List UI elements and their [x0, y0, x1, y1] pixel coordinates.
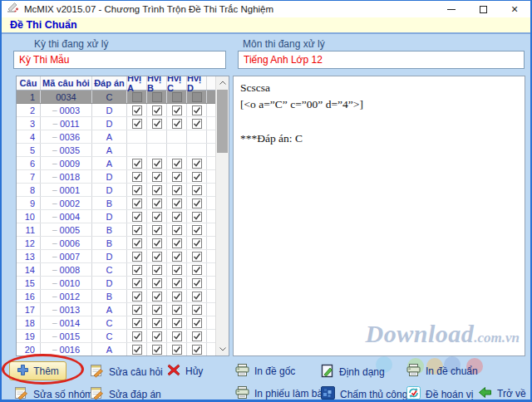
print-original-button[interactable]: In đề gốc — [235, 364, 295, 379]
position-checkbox[interactable] — [172, 252, 182, 262]
edit-group-number-button[interactable]: Sửa số nhóm — [14, 386, 93, 402]
position-checkbox[interactable] — [132, 225, 142, 235]
format-button[interactable]: Định dạng — [321, 364, 385, 380]
position-checkbox[interactable] — [172, 278, 182, 288]
position-checkbox[interactable] — [132, 212, 142, 222]
position-checkbox[interactable] — [132, 265, 142, 275]
position-checkbox[interactable] — [192, 331, 202, 341]
position-checkbox[interactable] — [132, 278, 142, 288]
scrollbar-thumb[interactable] — [217, 90, 228, 153]
position-checkbox[interactable] — [152, 212, 162, 222]
position-checkbox[interactable] — [152, 199, 162, 208]
position-checkbox[interactable] — [172, 345, 182, 355]
table-row[interactable]: 18–0014C — [17, 316, 215, 330]
position-checkbox[interactable] — [192, 305, 202, 315]
position-checkbox[interactable] — [152, 331, 162, 341]
position-checkbox[interactable] — [172, 105, 182, 115]
position-checkbox[interactable] — [172, 119, 182, 129]
maximize-button[interactable] — [467, 1, 499, 17]
position-checkbox[interactable] — [132, 345, 142, 355]
position-checkbox[interactable] — [152, 345, 162, 355]
close-button[interactable]: × — [499, 1, 530, 17]
position-checkbox[interactable] — [152, 172, 162, 182]
position-checkbox[interactable] — [172, 318, 182, 328]
position-checkbox[interactable] — [192, 119, 202, 129]
position-checkbox[interactable] — [192, 159, 202, 169]
position-checkbox[interactable] — [192, 225, 202, 235]
position-checkbox[interactable] — [192, 292, 202, 302]
position-checkbox[interactable] — [132, 185, 142, 195]
position-checkbox[interactable] — [192, 212, 202, 222]
table-row[interactable]: 12–0006B — [17, 237, 215, 250]
position-checkbox[interactable] — [132, 238, 142, 248]
table-row[interactable]: 20–0016A — [17, 343, 215, 355]
position-checkbox[interactable] — [192, 318, 202, 328]
table-row[interactable]: 7–0018D — [17, 170, 215, 184]
table-row[interactable]: 3–0011D — [17, 117, 215, 130]
scroll-down-icon[interactable] — [216, 343, 229, 355]
table-row[interactable]: 8–0001D — [17, 184, 215, 197]
position-checkbox[interactable] — [132, 252, 142, 262]
scroll-up-icon[interactable] — [216, 76, 229, 89]
print-answer-sheet-button[interactable]: In phiếu làm bài — [235, 386, 325, 401]
add-button[interactable]: Thêm — [9, 361, 66, 380]
minimize-button[interactable] — [436, 1, 467, 17]
position-checkbox[interactable] — [152, 225, 162, 235]
table-row[interactable]: 17–0013A — [17, 303, 215, 316]
position-checkbox[interactable] — [192, 265, 202, 275]
table-row[interactable]: 10034C — [17, 91, 215, 104]
position-checkbox[interactable] — [192, 185, 202, 195]
position-checkbox[interactable] — [192, 278, 202, 288]
position-checkbox[interactable] — [172, 225, 182, 235]
position-checkbox[interactable] — [152, 292, 162, 302]
position-checkbox[interactable] — [132, 318, 142, 328]
menu-item-de-thi-chuan[interactable]: Đề Thi Chuẩn — [2, 19, 86, 31]
permuted-exam-button[interactable]: Đề hoán vị — [406, 386, 473, 402]
table-row[interactable]: 13–0007D — [17, 250, 215, 263]
position-checkbox[interactable] — [132, 159, 142, 169]
table-row[interactable]: 16–0012B — [17, 290, 215, 303]
position-checkbox[interactable] — [192, 345, 202, 355]
table-row[interactable]: 11–0005B — [17, 223, 215, 237]
position-checkbox[interactable] — [172, 292, 182, 302]
position-checkbox[interactable] — [172, 331, 182, 341]
position-checkbox[interactable] — [132, 331, 142, 341]
exam-field[interactable] — [13, 51, 226, 69]
position-checkbox[interactable] — [132, 105, 142, 115]
position-checkbox[interactable] — [192, 252, 202, 262]
table-row[interactable]: 10–0004D — [17, 210, 215, 223]
question-preview-panel[interactable]: Scscsa [<o a=”C” c=”00” d=”4”>] ***Đáp á… — [233, 76, 525, 356]
position-checkbox[interactable] — [192, 172, 202, 182]
table-row[interactable]: 19–0015C — [17, 330, 215, 343]
position-checkbox[interactable] — [152, 159, 162, 169]
table-row[interactable]: 4–0036A — [17, 130, 215, 144]
position-checkbox[interactable] — [192, 238, 202, 248]
subject-field[interactable] — [238, 51, 525, 69]
table-row[interactable]: 2–0003D — [17, 104, 215, 117]
position-checkbox[interactable] — [172, 212, 182, 222]
back-button[interactable]: Trở về — [478, 386, 526, 401]
table-row[interactable]: 15–0010D — [17, 277, 215, 290]
position-checkbox[interactable] — [132, 305, 142, 315]
position-checkbox[interactable] — [172, 185, 182, 195]
table-row[interactable]: 5–0035A — [17, 144, 215, 157]
cancel-button[interactable]: Hủy — [167, 364, 203, 379]
position-checkbox[interactable] — [152, 265, 162, 275]
table-scrollbar[interactable] — [215, 76, 229, 355]
manual-grading-button[interactable]: Chấm thủ công — [321, 386, 407, 402]
position-checkbox[interactable] — [172, 199, 182, 208]
position-checkbox[interactable] — [172, 238, 182, 248]
edit-answer-button[interactable]: Sửa đáp án — [90, 386, 161, 402]
table-row[interactable]: 9–0002B — [17, 197, 215, 210]
position-checkbox[interactable] — [172, 305, 182, 315]
position-checkbox[interactable] — [152, 105, 162, 115]
position-checkbox[interactable] — [132, 119, 142, 129]
position-checkbox[interactable] — [152, 318, 162, 328]
position-checkbox[interactable] — [192, 199, 202, 208]
edit-question-button[interactable]: Sửa câu hỏi — [90, 364, 163, 380]
print-standard-button[interactable]: In đề chuẩn — [406, 364, 478, 379]
position-checkbox[interactable] — [152, 119, 162, 129]
position-checkbox[interactable] — [152, 185, 162, 195]
position-checkbox[interactable] — [132, 292, 142, 302]
position-checkbox[interactable] — [172, 265, 182, 275]
